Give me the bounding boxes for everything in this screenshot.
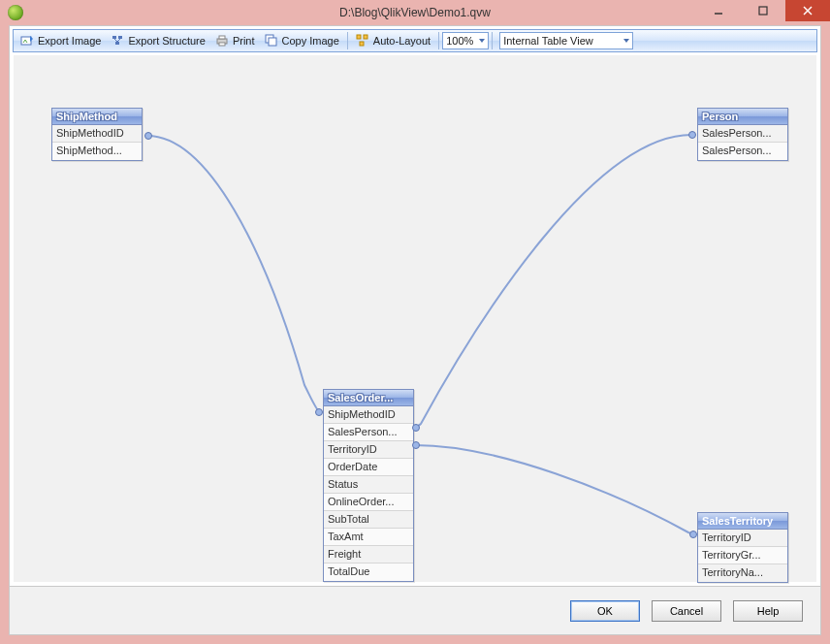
copy-image-icon [265,34,278,48]
toolbar-separator [492,32,493,49]
svg-rect-9 [219,36,225,39]
table-field[interactable]: SubTotal [324,511,413,529]
copy-image-label: Copy Image [282,35,339,47]
table-field[interactable]: TerritoryNa... [698,564,787,582]
connection-dot [315,408,323,416]
toolbar-separator [347,32,348,49]
export-image-label: Export Image [38,35,101,47]
help-button[interactable]: Help [733,600,803,622]
zoom-dropdown[interactable]: 100% [442,32,489,49]
connection-dot [412,441,420,449]
table-field[interactable]: Freight [324,546,413,564]
title-bar: D:\Blog\QlikView\Demo1.qvw [0,0,830,25]
view-dropdown[interactable]: Internal Table View [499,32,633,49]
table-header: SalesTerritory [698,513,787,530]
print-button[interactable]: Print [210,30,260,51]
svg-rect-7 [115,42,119,45]
connection-dot [688,131,696,139]
svg-rect-1 [759,7,767,15]
toolbar-separator [438,32,439,49]
chevron-down-icon [623,39,629,43]
table-salesterritory[interactable]: SalesTerritory TerritoryID TerritoryGr..… [697,512,788,583]
chevron-down-icon [479,39,485,43]
svg-rect-6 [118,36,122,39]
svg-rect-5 [112,36,116,39]
table-field[interactable]: TotalDue [324,564,413,581]
svg-rect-15 [360,42,364,46]
table-field[interactable]: SalesPerson... [324,424,413,441]
table-field[interactable]: SalesPerson... [698,143,787,160]
dialog-button-row: OK Cancel Help [10,586,820,634]
auto-layout-button[interactable]: Auto-Layout [351,30,435,51]
export-structure-icon [111,34,124,48]
auto-layout-icon [356,34,369,48]
client-area: Export Image Export Structure Print Copy… [9,25,821,635]
table-header: ShipMethod [52,109,142,125]
zoom-value: 100% [446,35,473,47]
table-field[interactable]: TerritoryID [324,441,413,459]
table-person[interactable]: Person SalesPerson... SalesPerson... [697,108,788,161]
toolbar: Export Image Export Structure Print Copy… [13,29,817,52]
svg-rect-10 [219,43,225,46]
table-field[interactable]: TerritoryGr... [698,547,787,564]
svg-rect-13 [357,35,361,39]
app-icon [8,5,23,20]
copy-image-button[interactable]: Copy Image [260,30,344,51]
table-field[interactable]: ShipMethodID [324,406,413,424]
export-image-button[interactable]: Export Image [16,30,106,51]
table-header: Person [698,109,787,125]
close-button[interactable] [785,0,830,21]
cancel-button[interactable]: Cancel [652,600,721,622]
view-value: Internal Table View [503,35,593,47]
print-icon [215,34,229,48]
table-header: SalesOrder... [324,390,413,406]
export-structure-label: Export Structure [128,35,205,47]
svg-rect-14 [364,35,367,39]
ok-button[interactable]: OK [570,600,640,622]
minimize-button[interactable] [696,0,741,21]
print-label: Print [233,35,255,47]
table-field[interactable]: ShipMethodID [52,125,142,143]
table-field[interactable]: TaxAmt [324,529,413,546]
table-salesorder[interactable]: SalesOrder... ShipMethodID SalesPerson..… [323,389,414,582]
export-structure-button[interactable]: Export Structure [106,30,209,51]
connection-dot [689,531,697,538]
table-field[interactable]: SalesPerson... [698,125,787,143]
connection-dot [144,132,152,140]
table-field[interactable]: OrderDate [324,459,413,476]
auto-layout-label: Auto-Layout [373,35,431,47]
export-image-icon [20,34,34,48]
diagram-canvas[interactable]: ShipMethod ShipMethodID ShipMethod... Pe… [14,55,816,582]
table-field[interactable]: Status [324,476,413,494]
maximize-button[interactable] [741,0,785,21]
table-shipmethod[interactable]: ShipMethod ShipMethodID ShipMethod... [51,108,143,161]
svg-rect-12 [269,38,276,46]
table-field[interactable]: ShipMethod... [52,143,142,160]
connection-dot [412,424,420,432]
table-field[interactable]: TerritoryID [698,530,787,547]
table-field[interactable]: OnlineOrder... [324,494,413,511]
